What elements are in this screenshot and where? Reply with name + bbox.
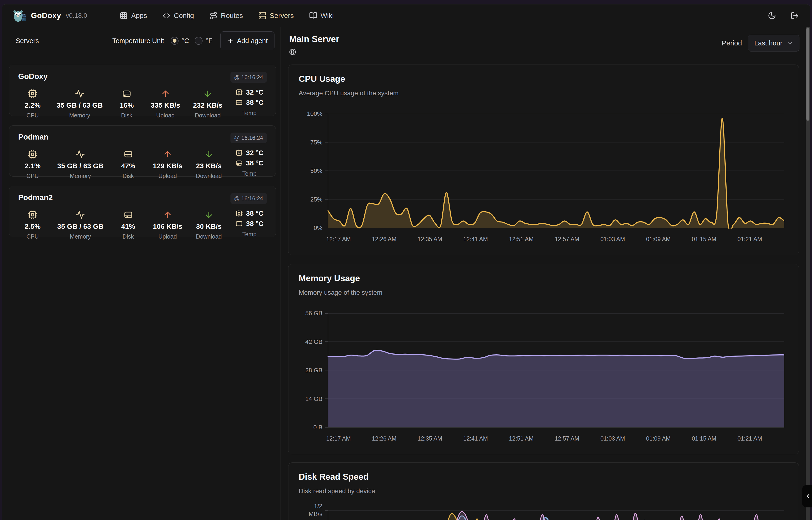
cpu-x-tick-label: 12:57 AM xyxy=(547,236,587,242)
download-value: 30 KB/s xyxy=(196,223,222,230)
cpu-usage-chart-card: CPU Usage Average CPU usage of the syste… xyxy=(288,64,799,255)
temp-unit-celsius[interactable]: °C xyxy=(171,37,189,45)
download-label: Download xyxy=(196,173,222,179)
server-updated-badge: @ 16:16:24 xyxy=(230,193,267,204)
nav-item-routes[interactable]: Routes xyxy=(209,11,243,20)
activity-icon xyxy=(75,88,84,99)
cpu-x-tick-label: 12:41 AM xyxy=(456,236,495,242)
server-card-podman2[interactable]: Podman2 @ 16:16:24 2.5% CPU 35 GB xyxy=(9,186,276,237)
disk-value: 47% xyxy=(121,162,135,170)
memory-label: Memory xyxy=(70,233,91,240)
stat-disk: 16% Disk xyxy=(115,88,138,119)
add-agent-button[interactable]: Add agent xyxy=(221,31,275,50)
sidebar-controls: Temperature Unit °C °F xyxy=(112,31,275,50)
cpu-plot xyxy=(325,114,784,229)
nav-item-wiki[interactable]: Wiki xyxy=(309,11,334,20)
hard-drive-icon xyxy=(122,88,131,99)
cpu-temp-row: 38 °C xyxy=(235,209,263,217)
cpu-temp-value: 32 °C xyxy=(246,149,263,157)
radio-celsius-icon[interactable] xyxy=(171,37,178,45)
app-window: GoDoxy v0.18.0 Apps Config Routes xyxy=(2,4,810,520)
cpu-x-tick-label: 12:51 AM xyxy=(501,236,541,242)
server-name: Podman2 xyxy=(18,193,53,202)
disk-read-speed-chart-card: Disk Read Speed Disk read speed by devic… xyxy=(288,463,799,520)
cpu-value: 2.1% xyxy=(25,162,40,170)
period-select[interactable]: Last hour xyxy=(748,35,800,51)
nav-item-apps[interactable]: Apps xyxy=(120,11,147,20)
drawer-toggle[interactable] xyxy=(802,485,812,508)
disk-plot xyxy=(325,511,784,520)
stat-temp: 32 °C 38 °C Temp xyxy=(235,88,263,119)
upload-label: Upload xyxy=(158,173,177,179)
temp-rows: 32 °C 38 °C xyxy=(235,149,263,167)
cpu-chart-area: 100%75%50%25%0%12:17 AM12:26 AM12:35 AM1… xyxy=(288,114,799,254)
nav-item-config[interactable]: Config xyxy=(163,11,194,20)
server-stats: 2.1% CPU 35 GB / 63 GB Memory 47% xyxy=(18,149,267,179)
cpu-temp-value: 38 °C xyxy=(246,209,263,217)
add-agent-label: Add agent xyxy=(237,37,268,45)
globe-icon xyxy=(289,49,339,55)
disk-temp-row: 38 °C xyxy=(235,99,263,106)
celsius-label: °C xyxy=(181,37,189,45)
moon-icon xyxy=(768,11,776,20)
theme-toggle-button[interactable] xyxy=(768,11,776,20)
server-card-godoxy[interactable]: GoDoxy @ 16:16:24 2.2% CPU 35 GB xyxy=(9,65,276,116)
cpu-y-tick-label: 75% xyxy=(288,138,323,146)
radio-fahrenheit-icon[interactable] xyxy=(195,37,202,45)
memory-chart-area: 56 GB42 GB28 GB14 GB0 B12:17 AM12:26 AM1… xyxy=(288,313,799,453)
memory-value: 35 GB / 63 GB xyxy=(57,101,103,109)
cpu-x-tick-label: 01:21 AM xyxy=(730,236,769,242)
chevron-down-icon xyxy=(787,40,793,46)
disk-temp-value: 38 °C xyxy=(246,99,263,106)
sidebar-header: Servers Temperature Unit °C °F xyxy=(7,31,276,50)
scrollbar-thumb[interactable] xyxy=(806,27,809,121)
disk-temp-value: 38 °C xyxy=(246,220,263,228)
arrow-down-icon xyxy=(204,149,214,160)
cpu-y-tick-label: 100% xyxy=(288,110,323,118)
upload-value: 129 KB/s xyxy=(153,162,183,170)
download-value: 232 KB/s xyxy=(193,101,223,109)
cpu-temp-icon xyxy=(235,149,243,157)
arrow-up-icon xyxy=(163,209,172,220)
activity-icon xyxy=(76,149,85,160)
temp-rows: 38 °C 38 °C xyxy=(235,209,263,228)
server-stats: 2.5% CPU 35 GB / 63 GB Memory 41% xyxy=(18,209,267,240)
memory-x-tick-label: 12:51 AM xyxy=(501,435,541,442)
chart-subtitle: Disk read speed by device xyxy=(299,487,375,495)
memory-value: 35 GB / 63 GB xyxy=(57,223,103,230)
chevron-left-icon xyxy=(805,493,812,500)
logout-button[interactable] xyxy=(791,11,799,20)
arrow-up-icon xyxy=(163,149,172,160)
sidebar-title: Servers xyxy=(16,37,39,45)
card-header: Podman @ 16:16:24 xyxy=(18,133,267,143)
cpu-temp-icon xyxy=(235,88,243,96)
server-card-podman[interactable]: Podman @ 16:16:24 2.1% CPU 35 GB xyxy=(9,125,276,177)
cpu-x-tick-label: 01:09 AM xyxy=(639,236,678,242)
cpu-x-tick-label: 12:26 AM xyxy=(364,236,404,242)
cpu-x-tick-label: 01:15 AM xyxy=(684,236,724,242)
nav-item-servers[interactable]: Servers xyxy=(258,11,294,20)
memory-label: Memory xyxy=(70,173,91,179)
memory-x-tick-label: 12:57 AM xyxy=(547,435,587,442)
server-updated-badge: @ 16:16:24 xyxy=(230,133,267,143)
stat-disk: 47% Disk xyxy=(117,149,139,179)
memory-usage-chart-card: Memory Usage Memory usage of the system … xyxy=(288,264,799,454)
stat-memory: 35 GB / 63 GB Memory xyxy=(57,149,103,179)
cpu-x-tick-label: 12:35 AM xyxy=(410,236,450,242)
godoxy-dashboard: GoDoxy v0.18.0 Apps Config Routes xyxy=(0,0,812,520)
server-name: GoDoxy xyxy=(18,72,48,81)
disk-value: 16% xyxy=(120,101,134,109)
memory-y-tick-label: 0 B xyxy=(288,423,323,431)
temp-label: Temp xyxy=(242,231,256,238)
temperature-unit-label: Temperature Unit xyxy=(112,37,164,45)
temp-unit-fahrenheit[interactable]: °F xyxy=(195,37,212,45)
temp-label: Temp xyxy=(242,170,256,177)
memory-x-tick-label: 12:41 AM xyxy=(456,435,495,442)
brand[interactable]: GoDoxy v0.18.0 xyxy=(13,9,87,22)
stat-temp: 32 °C 38 °C Temp xyxy=(235,149,263,179)
content-layout: Servers Temperature Unit °C °F xyxy=(2,27,810,520)
stat-download: 232 KB/s Download xyxy=(193,88,223,119)
main-header: Main Server Period Last hour xyxy=(281,27,810,55)
disk-temp-icon xyxy=(235,99,243,106)
arrow-down-icon xyxy=(203,88,212,99)
